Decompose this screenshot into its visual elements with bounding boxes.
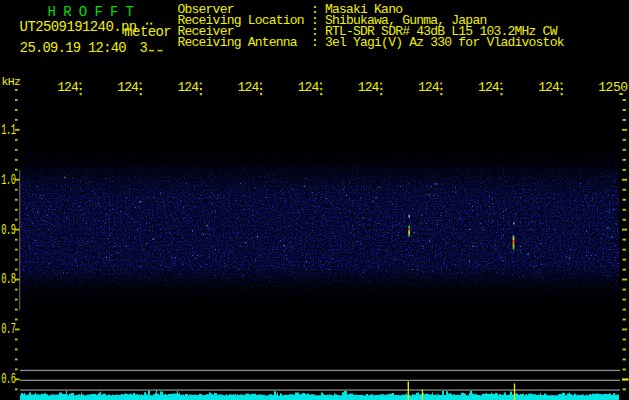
svg-text:0.8: 0.8 (1, 271, 16, 287)
svg-text:124: 124 (538, 80, 560, 95)
svg-text:meteor: meteor (124, 24, 171, 40)
svg-text:3: 3 (139, 41, 147, 56)
svg-text:0.6: 0.6 (1, 371, 16, 387)
svg-text:kHz: kHz (2, 75, 21, 88)
svg-text:124: 124 (238, 80, 260, 95)
svg-text:124: 124 (177, 80, 199, 95)
svg-text:124: 124 (358, 80, 380, 95)
svg-text:UT2509191240.pn: UT2509191240.pn (20, 19, 137, 35)
svg-text:Receiving Antenna : 3el Yagi(: Receiving Antenna : 3el Yagi(V) Az 330 f… (178, 35, 565, 50)
svg-text:124: 124 (418, 80, 440, 95)
svg-text:1250: 1250 (598, 80, 627, 95)
svg-text:124: 124 (478, 80, 500, 95)
svg-text:124: 124 (117, 80, 139, 95)
svg-text:124: 124 (298, 80, 320, 95)
svg-text:124: 124 (57, 80, 79, 95)
svg-text:25.09.19 12:40: 25.09.19 12:40 (20, 41, 127, 56)
svg-text:0.7: 0.7 (1, 321, 16, 337)
svg-text:1.0: 1.0 (1, 172, 16, 188)
svg-text:H R O F F T: H R O F F T (48, 4, 134, 20)
svg-text:1.1: 1.1 (1, 122, 16, 138)
svg-text:0.9: 0.9 (1, 222, 16, 238)
